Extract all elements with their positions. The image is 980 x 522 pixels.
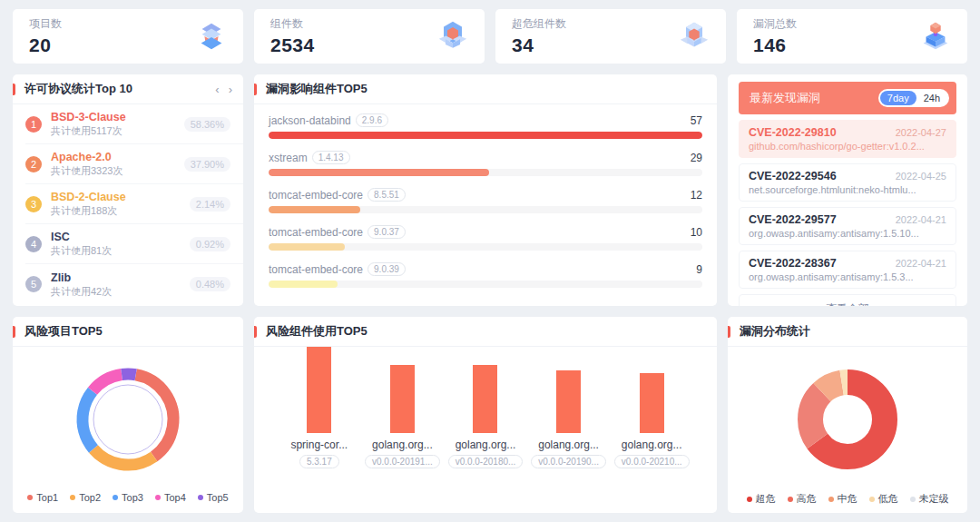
donut-segment-Top1[interactable] (75, 367, 181, 472)
stat-value: 34 (512, 34, 566, 56)
vbar-column[interactable]: golang.org... v0.0.0-20180... (444, 365, 527, 468)
legend-item-Top1[interactable]: Top1 (27, 492, 58, 503)
legend-dot (869, 497, 875, 502)
vbar-column[interactable]: golang.org... v0.0.0-20210... (610, 373, 693, 468)
legend-dot (788, 497, 793, 502)
donut-segment-Top3[interactable] (75, 367, 181, 472)
bar[interactable] (390, 365, 415, 433)
stat-card-1: 项目数 20 (13, 9, 243, 64)
risk-components-bar-chart[interactable]: spring-cor... 5.3.17 golang.org... v0.0.… (254, 347, 717, 468)
legend-item-未定级[interactable]: 未定级 (910, 492, 949, 506)
license-list: 1 BSD-3-Clause 共计使用5117次 58.36%2 Apache-… (13, 104, 243, 304)
legend-label: Top1 (36, 492, 58, 503)
cve-package: github.com/hashicorp/go-getter:v1.0.2... (749, 141, 946, 152)
hbar-label-line: jackson-databind 2.9.6 57 (269, 113, 702, 127)
stat-texts: 超危组件数 34 (512, 16, 566, 56)
component-version-chip: 2.9.6 (356, 113, 388, 127)
component-name: tomcat-embed-core (269, 263, 363, 276)
license-pager: ‹ › (215, 83, 232, 96)
license-usage: 共计使用188次 (51, 204, 190, 217)
middle-row: 许可协议统计Top 10 ‹ › 1 BSD-3-Clause 共计使用5117… (13, 74, 967, 306)
vbar-column[interactable]: golang.org... v0.0.0-20191... (361, 365, 445, 468)
bottom-row: 风险项目TOP5 Top1Top2Top3Top4Top5 风险组件使用TOP5… (13, 317, 967, 513)
rank-badge: 5 (25, 276, 42, 292)
legend-label: Top5 (207, 492, 229, 503)
component-version-chip: 9.0.39 (368, 262, 406, 276)
donut-segment-Top5[interactable] (75, 367, 181, 472)
legend-label: Top3 (122, 492, 143, 503)
bar-track (269, 243, 702, 251)
view-all-button[interactable]: 查看全部 (739, 294, 956, 306)
cve-date: 2022-04-25 (896, 171, 946, 182)
cve-id: CVE-2022-28367 (749, 257, 837, 270)
time-range-toggle: 7day24h (878, 89, 949, 107)
layers-icon (194, 19, 229, 54)
risk-projects-panel: 风险项目TOP5 Top1Top2Top3Top4Top5 (13, 317, 243, 513)
legend-label: 低危 (878, 492, 898, 506)
hbar-row[interactable]: xstream 1.4.13 29 (269, 151, 702, 176)
license-list-item[interactable]: 1 BSD-3-Clause 共计使用5117次 58.36% (25, 104, 243, 144)
next-page-arrow-icon[interactable]: › (229, 83, 232, 96)
license-name: Apache-2.0 (51, 151, 184, 164)
vuln-components-header: 漏洞影响组件TOP5 (254, 74, 717, 104)
vbar-column[interactable]: spring-cor... 5.3.17 (278, 347, 361, 468)
cve-date: 2022-04-21 (896, 214, 946, 225)
bar[interactable] (556, 370, 581, 433)
legend-item-Top5[interactable]: Top5 (198, 492, 229, 503)
hbar-row[interactable]: tomcat-embed-core 9.0.37 10 (269, 225, 702, 251)
license-usage: 共计使用3323次 (51, 164, 184, 177)
risk-projects-legend: Top1Top2Top3Top4Top5 (13, 492, 243, 503)
hbar-row[interactable]: tomcat-embed-core 8.5.51 12 (269, 188, 702, 213)
donut-segment-Top2[interactable] (75, 367, 181, 472)
toggle-option-7day[interactable]: 7day (880, 91, 916, 105)
title-accent-bar (254, 326, 257, 338)
hbar-label-line: tomcat-embed-core 9.0.37 10 (269, 225, 702, 239)
legend-item-Top2[interactable]: Top2 (70, 492, 101, 503)
risk-projects-header: 风险项目TOP5 (13, 317, 243, 347)
bar[interactable] (640, 373, 664, 433)
bar[interactable] (473, 365, 497, 433)
license-list-item[interactable]: 4 ISC 共计使用81次 0.92% (25, 224, 243, 264)
stat-value: 20 (29, 34, 62, 56)
cve-list-item[interactable]: CVE-2022-29810 2022-04-27 github.com/has… (739, 120, 956, 158)
cve-list-item[interactable]: CVE-2022-29577 2022-04-21 org.owasp.anti… (739, 207, 956, 245)
license-list-item[interactable]: 5 Zlib 共计使用42次 0.48% (25, 264, 243, 304)
legend-dot (747, 497, 752, 502)
license-list-item[interactable]: 3 BSD-2-Clause 共计使用188次 2.14% (25, 184, 243, 224)
component-name: golang.org... (372, 438, 433, 451)
stat-label: 项目数 (29, 16, 62, 32)
hbar-row[interactable]: tomcat-embed-core 9.0.39 9 (269, 262, 702, 288)
legend-item-Top4[interactable]: Top4 (155, 492, 186, 503)
hbar-row[interactable]: jackson-databind 2.9.6 57 (269, 113, 702, 139)
legend-item-Top3[interactable]: Top3 (113, 492, 143, 503)
legend-dot (27, 495, 33, 500)
bar-fill (269, 169, 489, 176)
risk-projects-title: 风险项目TOP5 (24, 323, 103, 340)
component-version-chip: v0.0.0-20210... (614, 455, 690, 468)
legend-item-中危[interactable]: 中危 (828, 492, 858, 506)
license-name: BSD-2-Clause (51, 191, 190, 204)
legend-dot (155, 495, 161, 500)
rank-badge: 1 (25, 116, 42, 133)
vbar-column[interactable]: golang.org... v0.0.0-20190... (527, 370, 611, 468)
bar[interactable] (307, 347, 331, 433)
vuln-distribution-title: 漏洞分布统计 (740, 323, 810, 340)
vuln-distribution-donut-chart[interactable] (728, 347, 967, 492)
donut-segment-Top4[interactable] (75, 367, 181, 472)
legend-item-超危[interactable]: 超危 (747, 492, 776, 506)
cve-list-item[interactable]: CVE-2022-28367 2022-04-21 org.owasp.anti… (739, 251, 956, 289)
cve-list-item[interactable]: CVE-2022-29546 2022-04-25 net.sourceforg… (739, 163, 956, 202)
toggle-option-24h[interactable]: 24h (916, 91, 947, 105)
stat-value: 2534 (270, 34, 315, 56)
legend-item-低危[interactable]: 低危 (869, 492, 898, 506)
license-percent-badge: 2.14% (190, 197, 230, 212)
prev-page-arrow-icon[interactable]: ‹ (215, 83, 219, 96)
license-percent-badge: 58.36% (184, 117, 230, 132)
license-list-item[interactable]: 2 Apache-2.0 共计使用3323次 37.90% (25, 144, 243, 184)
legend-item-高危[interactable]: 高危 (788, 492, 817, 506)
risk-projects-donut-chart[interactable] (13, 347, 243, 492)
vuln_distribution-donut-svg (779, 351, 916, 488)
license-name: Zlib (51, 271, 190, 285)
package-icon (436, 19, 470, 54)
cve-id: CVE-2022-29810 (749, 126, 837, 139)
